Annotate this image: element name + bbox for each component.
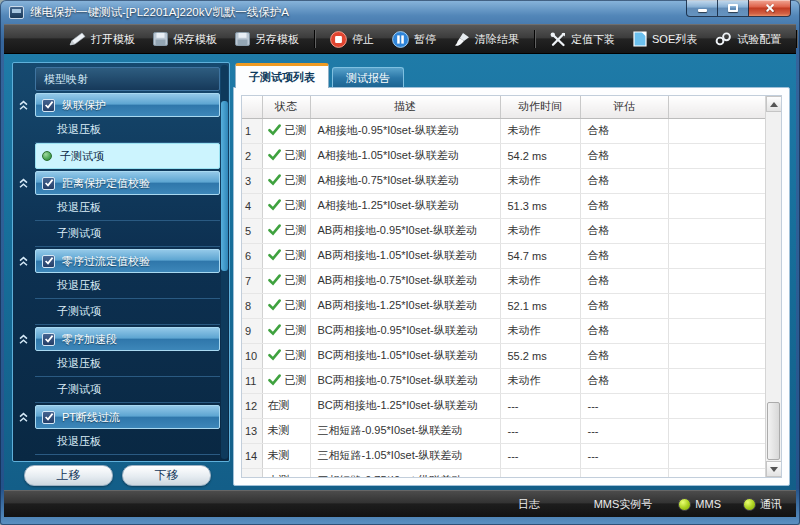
action-time-cell: 未动作 [500, 168, 580, 193]
sidebar-item-4-1[interactable]: 子测试项 [35, 455, 220, 462]
toolbar-button-save-as-template[interactable]: 另存模板 [226, 27, 308, 51]
status-text: 已测 [285, 274, 307, 286]
evaluation-cell: 合格 [580, 268, 668, 293]
description-cell: A相接地-0.95*I0set-纵联差动 [310, 118, 500, 143]
description-cell: AB两相接地-0.75*I0set-纵联差动 [310, 268, 500, 293]
sidebar-group-distance-protection-setting-check: 距离保护定值校验 [35, 171, 220, 195]
table-row[interactable]: 10已测BC两相接地-1.05*I0set-纵联差动55.2 ms合格 [242, 343, 765, 368]
status-text: 已测 [285, 199, 307, 211]
sidebar-item-3-0[interactable]: 投退压板 [35, 351, 220, 377]
table-row[interactable]: 6已测AB两相接地-1.05*I0set-纵联差动54.7 ms合格 [242, 243, 765, 268]
collapse-chevron-icon[interactable] [16, 96, 30, 114]
action-time-cell [500, 468, 580, 478]
table-row[interactable]: 14未测三相短路-1.05*I0set-纵联差动------ [242, 443, 765, 468]
sidebar-group-header[interactable]: 距离保护定值校验 [35, 171, 220, 195]
table-row[interactable]: 7已测AB两相接地-0.75*I0set-纵联差动未动作合格 [242, 268, 765, 293]
table-row[interactable]: 11已测BC两相接地-0.75*I0set-纵联差动未动作合格 [242, 368, 765, 393]
sidebar-group-header[interactable]: PT断线过流 [35, 405, 220, 429]
sidebar-item-0-0[interactable]: 投退压板 [35, 117, 220, 143]
toolbar-separator [796, 30, 797, 48]
row-number-cell: 10 [242, 343, 262, 368]
action-time-cell: --- [500, 393, 580, 418]
toolbar-button-open-template[interactable]: 打开模板 [60, 27, 144, 51]
checkbox-checked-icon[interactable] [42, 411, 55, 424]
log-button[interactable]: 日志 [518, 497, 540, 512]
test-config-icon [715, 32, 732, 46]
toolbar-button-label: 停止 [352, 32, 374, 47]
status-text: 已测 [285, 324, 307, 336]
table-row[interactable]: 4已测A相接地-1.25*I0set-纵联差动51.3 ms合格 [242, 193, 765, 218]
table-scrollbar-thumb[interactable] [767, 402, 780, 460]
move-down-button[interactable]: 下移 [122, 465, 211, 486]
column-header-1: 描述 [310, 96, 500, 118]
sidebar-item-1-1[interactable]: 子测试项 [35, 221, 220, 247]
sidebar-item-2-1[interactable]: 子测试项 [35, 299, 220, 325]
checkbox-checked-icon[interactable] [42, 333, 55, 346]
toolbar-button-pause[interactable]: 暂停 [383, 27, 445, 51]
table-row[interactable]: 13未测三相短路-0.95*I0set-纵联差动------ [242, 418, 765, 443]
tab-test-report[interactable]: 测试报告 [332, 67, 404, 88]
description-cell: BC两相接地-0.95*I0set-纵联差动 [310, 318, 500, 343]
evaluation-cell: 合格 [580, 343, 668, 368]
scroll-down-button[interactable] [766, 461, 782, 477]
checkbox-checked-icon[interactable] [42, 255, 55, 268]
toolbar-button-save-template[interactable]: 保存模板 [144, 27, 226, 51]
sidebar-item-0-1[interactable]: 子测试项 [35, 143, 220, 169]
action-time-cell: 未动作 [500, 318, 580, 343]
action-time-cell: 55.2 ms [500, 343, 580, 368]
row-number-cell: 7 [242, 268, 262, 293]
evaluation-cell: 合格 [580, 243, 668, 268]
sidebar-scrollbar-thumb[interactable] [221, 101, 228, 271]
app-window: 继电保护一键测试-[PL2201A]220kV凯默一线保护A 打开模板保存模板另… [0, 0, 800, 525]
scroll-up-button[interactable] [766, 96, 782, 112]
tab-subtest-list[interactable]: 子测试项列表 [235, 63, 329, 88]
checkbox-checked-icon[interactable] [42, 177, 55, 190]
maximize-button[interactable] [717, 0, 748, 17]
toolbar-button-clear-results[interactable]: 清除结果 [445, 27, 528, 51]
move-up-button[interactable]: 上移 [24, 465, 113, 486]
sidebar-group-zero-seq-overcurrent-setting-check: 零序过流定值校验 [35, 249, 220, 273]
table-row[interactable]: 3已测A相接地-0.75*I0set-纵联差动未动作合格 [242, 168, 765, 193]
pause-icon [392, 31, 409, 48]
open-template-icon [69, 32, 86, 46]
close-button[interactable] [748, 0, 791, 17]
sidebar-group-header[interactable]: 零序过流定值校验 [35, 249, 220, 273]
description-cell: BC两相接地-1.25*I0set-纵联差动 [310, 393, 500, 418]
table-row[interactable]: 9已测BC两相接地-0.95*I0set-纵联差动未动作合格 [242, 318, 765, 343]
sidebar-item-1-0[interactable]: 投退压板 [35, 195, 220, 221]
status-text: 在测 [268, 399, 290, 411]
stop-icon [330, 31, 347, 48]
toolbar-button-test-config[interactable]: 试验配置 [706, 27, 790, 51]
sidebar-group-header[interactable]: 纵联保护 [35, 93, 220, 117]
sidebar-group-header[interactable]: 零序加速段 [35, 327, 220, 351]
collapse-chevron-icon[interactable] [16, 252, 30, 270]
minimize-button[interactable] [686, 0, 717, 17]
table-row[interactable]: 5已测AB两相接地-0.95*I0set-纵联差动未动作合格 [242, 218, 765, 243]
table-row[interactable]: 12在测BC两相接地-1.25*I0set-纵联差动------ [242, 393, 765, 418]
toolbar-button-stop[interactable]: 停止 [321, 27, 383, 51]
collapse-chevron-icon[interactable] [16, 408, 30, 426]
collapse-chevron-icon[interactable] [16, 174, 30, 192]
row-number-cell: 9 [242, 318, 262, 343]
collapse-chevron-icon[interactable] [16, 330, 30, 348]
table-scrollbar[interactable] [765, 96, 781, 477]
table-row[interactable]: 2已测A相接地-1.05*I0set-纵联差动54.2 ms合格 [242, 143, 765, 168]
description-cell: AB两相接地-1.05*I0set-纵联差动 [310, 243, 500, 268]
status-text: 未测 [268, 424, 290, 436]
table-row[interactable]: 1已测A相接地-0.95*I0set-纵联差动未动作合格 [242, 118, 765, 143]
sidebar-item-4-0[interactable]: 投退压板 [35, 429, 220, 455]
sidebar-item-2-0[interactable]: 投退压板 [35, 273, 220, 299]
row-number-cell: 12 [242, 393, 262, 418]
sidebar-item-label: 投退压板 [57, 200, 101, 215]
table-row[interactable]: 8已测AB两相接地-1.25*I0set-纵联差动52.1 ms合格 [242, 293, 765, 318]
sidebar-item-label: 子测试项 [57, 304, 101, 319]
row-number-cell: 4 [242, 193, 262, 218]
sidebar-scrollbar[interactable] [221, 65, 228, 459]
toolbar-button-download-settings[interactable]: 定值下装 [541, 27, 624, 51]
toolbar-button-soe-list[interactable]: SOE列表 [624, 27, 706, 51]
evaluation-cell: --- [580, 418, 668, 443]
checkbox-checked-icon[interactable] [42, 99, 55, 112]
close-icon [764, 3, 776, 13]
table-row[interactable]: 15未测三相短路-0.75*I0set-纵联差动 [242, 468, 765, 478]
sidebar-item-3-1[interactable]: 子测试项 [35, 377, 220, 403]
